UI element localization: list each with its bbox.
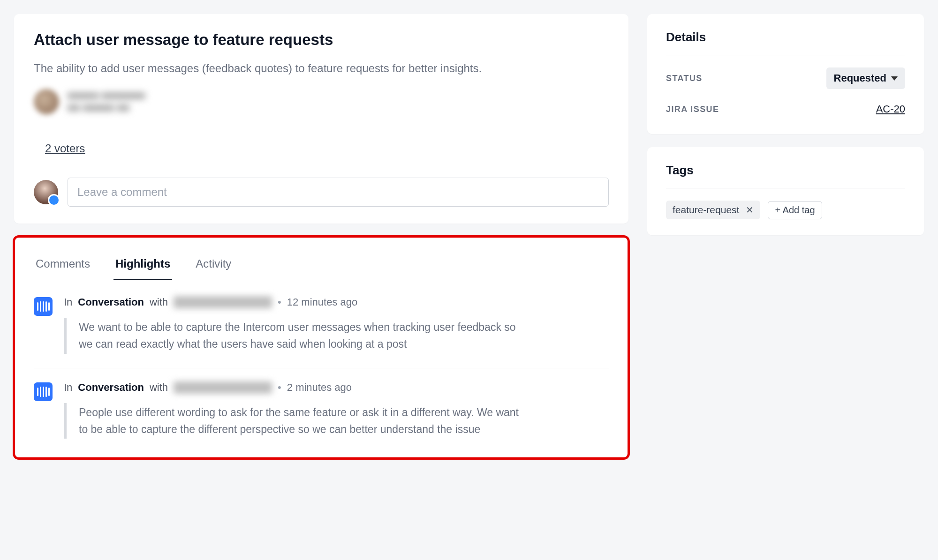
- highlight-header: In Conversation with • 12 minutes ago: [64, 296, 609, 308]
- tags-title: Tags: [666, 163, 905, 188]
- highlight-item: In Conversation with • 2 minutes ago Peo…: [34, 381, 609, 442]
- highlight-quote: People use different wording to ask for …: [64, 403, 523, 439]
- tag-label: feature-request: [673, 204, 739, 216]
- status-label: STATUS: [666, 74, 703, 83]
- remove-tag-icon[interactable]: ✕: [746, 204, 754, 216]
- author-avatar: [34, 89, 59, 114]
- current-user-avatar: [34, 180, 58, 204]
- intercom-icon: [34, 297, 53, 316]
- highlight-header: In Conversation with • 2 minutes ago: [64, 381, 609, 394]
- tabs-bar: Comments Highlights Activity: [34, 254, 609, 280]
- separator-dot: •: [278, 381, 281, 394]
- comment-input[interactable]: [68, 178, 609, 207]
- details-panel: Details STATUS Requested JIRA ISSUE AC-2…: [647, 14, 924, 134]
- tab-activity[interactable]: Activity: [194, 254, 233, 280]
- status-dropdown[interactable]: Requested: [826, 67, 905, 89]
- highlight-timestamp: 2 minutes ago: [287, 381, 352, 394]
- tab-highlights[interactable]: Highlights: [113, 254, 172, 280]
- highlight-prefix: In: [64, 296, 72, 308]
- post-title: Attach user message to feature requests: [34, 31, 609, 49]
- chevron-down-icon: [891, 76, 898, 81]
- intercom-icon: [34, 382, 53, 401]
- author-name-blurred: ■■■■■ ■■■■■■■■■ ■■■■■ ■■: [68, 90, 145, 114]
- jira-label: JIRA ISSUE: [666, 105, 719, 114]
- highlight-with: with: [150, 381, 168, 394]
- highlight-source: Conversation: [78, 296, 144, 308]
- tags-panel: Tags feature-request ✕ + Add tag: [647, 147, 924, 235]
- comment-composer: [34, 178, 609, 207]
- highlight-source: Conversation: [78, 381, 144, 394]
- tab-comments[interactable]: Comments: [34, 254, 92, 280]
- post-author-row: ■■■■■ ■■■■■■■■■ ■■■■■ ■■: [34, 89, 609, 114]
- highlight-item: In Conversation with • 12 minutes ago We…: [34, 296, 609, 368]
- status-value: Requested: [834, 72, 886, 84]
- highlight-quote: We want to be able to capture the Interc…: [64, 318, 523, 354]
- post-card: Attach user message to feature requests …: [14, 14, 628, 224]
- highlight-with: with: [150, 296, 168, 308]
- divider: [34, 123, 325, 123]
- jira-issue-link[interactable]: AC-20: [876, 103, 905, 115]
- voters-link[interactable]: 2 voters: [45, 142, 85, 155]
- highlight-user-blurred: [174, 381, 272, 394]
- highlight-prefix: In: [64, 381, 72, 394]
- post-description: The ability to add user messages (feedba…: [34, 62, 609, 75]
- details-title: Details: [666, 30, 905, 55]
- highlight-user-blurred: [174, 296, 272, 308]
- tag-chip: feature-request ✕: [666, 201, 760, 219]
- separator-dot: •: [278, 296, 281, 308]
- highlight-timestamp: 12 minutes ago: [287, 296, 357, 308]
- activity-panel: Comments Highlights Activity In Conversa…: [14, 237, 628, 458]
- add-tag-button[interactable]: + Add tag: [768, 201, 822, 219]
